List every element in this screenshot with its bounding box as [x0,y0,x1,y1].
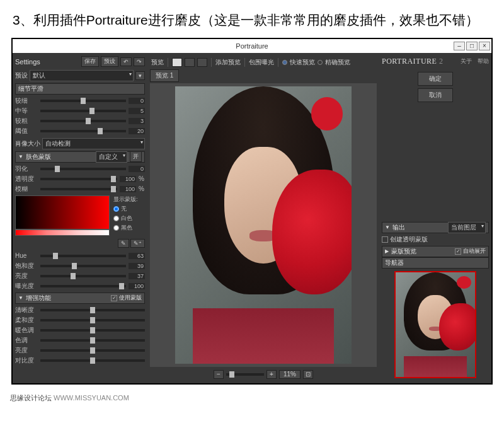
collapse-icon: ▼ [18,154,23,159]
slider-value[interactable]: 20 [129,128,145,134]
slider-label: Hue [15,252,38,259]
slider-label: 亮度 [15,346,38,355]
zoom-fit-button[interactable]: ⊡ [303,370,313,379]
save-button[interactable]: 保存 [81,56,99,67]
zoom-in-button[interactable]: + [266,370,277,379]
slider-value[interactable]: 3 [129,118,145,124]
slider-value[interactable]: 100 [129,283,145,289]
slider-较细: 较细0 [15,96,145,106]
footer-credit: 思缘设计论坛 WWW.MISSYUAN.COM [0,391,504,405]
fast-preview-radio[interactable] [282,60,287,65]
bracket-exposure-button[interactable]: 包围曝光 [249,58,274,67]
slider-value[interactable]: 100 [120,176,136,182]
hue-slider[interactable] [15,229,110,236]
slider-value[interactable]: 39 [129,263,145,269]
settings-panel: Settings 保存 预设 ↶ ↷ 预设 默认▾ ▾ 细节平滑 较细0中等5较… [13,53,147,383]
slider-track[interactable] [40,329,145,332]
help-link[interactable]: 帮助 [478,57,489,66]
slider-value[interactable]: 63 [129,253,145,259]
zoom-bar: − + 11% ⊡ [150,368,377,381]
add-preview-button[interactable]: 添加预览 [215,58,241,67]
slider-track[interactable] [40,349,145,352]
slider-track[interactable] [40,130,126,132]
precise-preview-label: 精确预览 [325,58,350,67]
view-splith-button[interactable] [197,58,207,67]
transparency-checkbox[interactable] [382,236,388,243]
instruction-text: 3、利用插件Portraiture进行磨皮（这是一款非常常用的磨皮插件，效果也不… [0,0,504,38]
preview-panel: 预览 添加预览 包围曝光 快速预览 精确预览 预览 1 [147,53,379,383]
slider-track[interactable] [40,188,117,190]
slider-value[interactable]: 0 [129,98,145,104]
slider-label: 暖色调 [15,326,38,335]
slider-value[interactable]: 37 [129,273,145,279]
slider-track[interactable] [40,359,145,362]
slider-模糊: 模糊100% [15,184,145,194]
slider-对比度: 对比度 [15,356,145,366]
slider-track[interactable] [40,255,126,257]
slider-色调: 色调 [15,335,145,345]
skinmask-section-header[interactable]: ▼ 肤色蒙版 自定义▾ 开 [15,151,145,163]
autopreview-checkbox[interactable]: ✓ [455,248,461,255]
navigator-section-header[interactable]: 导航器 [382,257,489,269]
precise-preview-radio[interactable] [318,60,323,65]
fast-preview-label: 快速预览 [290,58,315,67]
slider-label: 较粗 [15,117,38,125]
radio-black[interactable]: 黑色 [113,224,145,232]
preview-tab[interactable]: 预览 1 [150,69,179,82]
mask-display-radios: 显示蒙版: 无 白色 黑色 [113,195,145,236]
radio-none[interactable]: 无 [113,205,145,213]
eyedropper-icon[interactable]: ✎ [118,239,129,248]
radio-white[interactable]: 白色 [113,214,145,223]
ok-button[interactable]: 确定 [418,72,453,86]
cancel-button[interactable]: 取消 [418,88,453,102]
slider-value[interactable]: 100 [120,186,136,192]
minimize-button[interactable]: – [454,42,465,50]
maximize-button[interactable]: □ [466,42,478,50]
redo-icon[interactable]: ↷ [134,57,145,66]
preset-extra-icon[interactable]: ▾ [135,71,145,80]
slider-track[interactable] [40,309,145,311]
slider-track[interactable] [40,275,126,277]
portrait-size-dropdown[interactable]: 自动检测▾ [42,138,145,149]
slider-label: 中等 [15,107,38,115]
zoom-slider[interactable] [226,373,264,376]
eyedropper-plus-icon[interactable]: ✎⁺ [130,239,145,248]
view-single-button[interactable] [172,58,182,67]
navigator-thumbnail[interactable] [394,271,476,378]
skinmask-mode-dropdown[interactable]: 自定义▾ [96,151,127,163]
slider-label: 色调 [15,336,38,345]
maskpreview-section-header[interactable]: ▶蒙版预览 ✓ 自动展开 [382,246,489,257]
settings-label: Settings [15,57,40,67]
close-button[interactable]: × [479,42,490,50]
slider-label: 清晰度 [15,306,38,315]
about-link[interactable]: 关于 [461,57,472,66]
slider-track[interactable] [40,339,145,342]
enhance-section-header[interactable]: ▼ 增强功能 ✓ 使用蒙版 [15,293,145,304]
view-splitv-button[interactable] [185,58,195,67]
preview-toolbar: 预览 添加预览 包围曝光 快速预览 精确预览 [150,55,377,69]
skinmask-toggle[interactable]: 开 [130,151,142,162]
slider-track[interactable] [40,110,126,112]
slider-track[interactable] [40,285,126,287]
undo-icon[interactable]: ↶ [120,57,132,66]
slider-label: 较细 [15,96,38,105]
zoom-value[interactable]: 11% [279,370,301,379]
enhance-usemask-checkbox[interactable]: ✓ [111,295,117,301]
detail-section-header[interactable]: 细节平滑 [15,83,145,95]
slider-track[interactable] [40,265,126,267]
slider-中等: 中等5 [15,106,145,116]
slider-track[interactable] [40,178,117,180]
slider-value[interactable]: 0 [129,166,145,172]
slider-track[interactable] [40,168,126,170]
color-picker[interactable] [15,195,110,229]
output-section-header[interactable]: ▼输出 当前图层▾ [382,222,489,233]
preview-area[interactable] [150,83,377,367]
preset-button[interactable]: 预设 [101,56,118,67]
zoom-out-button[interactable]: − [214,370,224,379]
output-layer-dropdown[interactable]: 当前图层▾ [448,222,486,233]
slider-track[interactable] [40,319,145,322]
slider-track[interactable] [40,100,126,102]
preset-dropdown[interactable]: 默认▾ [30,70,134,81]
slider-value[interactable]: 5 [129,108,145,114]
slider-track[interactable] [40,120,126,122]
